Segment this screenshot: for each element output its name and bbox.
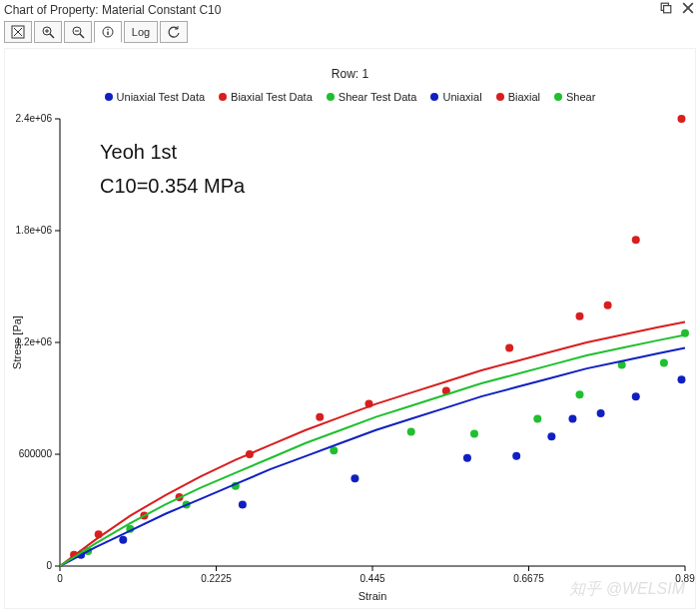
svg-text:C10=0.354 MPa: C10=0.354 MPa bbox=[100, 175, 246, 197]
fit-button[interactable] bbox=[4, 21, 32, 43]
svg-point-75 bbox=[575, 390, 583, 398]
svg-point-77 bbox=[660, 359, 668, 367]
zoom-in-button[interactable] bbox=[34, 21, 62, 43]
svg-text:Yeoh 1st: Yeoh 1st bbox=[100, 141, 178, 163]
toolbar: Log bbox=[0, 21, 700, 43]
svg-text:600000: 600000 bbox=[19, 448, 53, 459]
svg-point-50 bbox=[568, 415, 576, 423]
svg-point-53 bbox=[677, 375, 685, 383]
svg-point-64 bbox=[604, 302, 612, 309]
svg-text:1.8e+06: 1.8e+06 bbox=[16, 225, 53, 236]
svg-text:Strain: Strain bbox=[358, 590, 387, 602]
log-label: Log bbox=[132, 26, 150, 38]
refresh-button[interactable] bbox=[160, 21, 188, 43]
svg-line-12 bbox=[80, 34, 84, 38]
svg-text:Stress [Pa]: Stress [Pa] bbox=[11, 315, 23, 369]
log-button[interactable]: Log bbox=[124, 21, 158, 43]
svg-text:0.445: 0.445 bbox=[359, 573, 384, 584]
svg-text:0.2225: 0.2225 bbox=[201, 573, 232, 584]
svg-point-47 bbox=[463, 454, 471, 462]
svg-point-44 bbox=[119, 536, 127, 544]
svg-text:0.89: 0.89 bbox=[675, 573, 695, 584]
svg-point-49 bbox=[547, 432, 555, 440]
svg-text:0.6675: 0.6675 bbox=[513, 573, 544, 584]
title-bar: Chart of Property: Material Constant C10 bbox=[0, 0, 700, 19]
svg-point-46 bbox=[350, 474, 358, 482]
svg-point-72 bbox=[407, 428, 415, 436]
plot-svg: 00.22250.4450.66750.8906000001.2e+061.8e… bbox=[5, 49, 695, 608]
svg-point-73 bbox=[470, 429, 478, 437]
chart-area[interactable]: Row: 1 Uniaxial Test DataBiaxial Test Da… bbox=[4, 48, 696, 609]
svg-rect-1 bbox=[664, 6, 671, 13]
svg-text:0: 0 bbox=[57, 573, 63, 584]
svg-point-51 bbox=[597, 409, 605, 417]
svg-point-65 bbox=[632, 236, 640, 244]
info-button[interactable] bbox=[94, 21, 122, 43]
svg-point-59 bbox=[316, 413, 324, 421]
svg-text:0: 0 bbox=[46, 560, 52, 571]
svg-point-48 bbox=[512, 452, 520, 460]
svg-point-45 bbox=[239, 500, 247, 508]
svg-point-52 bbox=[632, 392, 640, 400]
undock-icon[interactable] bbox=[660, 2, 672, 17]
svg-point-15 bbox=[107, 29, 109, 31]
svg-point-66 bbox=[677, 115, 685, 123]
svg-point-74 bbox=[533, 415, 541, 423]
zoom-out-button[interactable] bbox=[64, 21, 92, 43]
close-icon[interactable] bbox=[682, 2, 694, 17]
svg-point-62 bbox=[505, 344, 513, 352]
svg-text:2.4e+06: 2.4e+06 bbox=[16, 113, 53, 124]
window-title: Chart of Property: Material Constant C10 bbox=[4, 3, 221, 17]
svg-line-8 bbox=[50, 34, 54, 38]
svg-point-63 bbox=[575, 312, 583, 320]
